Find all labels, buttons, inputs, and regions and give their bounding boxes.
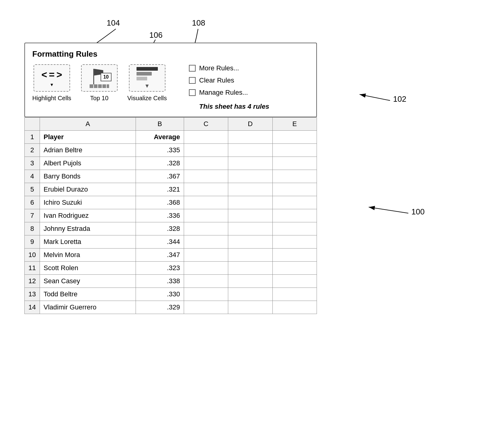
col-header-empty (25, 118, 40, 131)
highlight-cells-group: < = > ▼ Highlight Cells (32, 64, 71, 102)
manage-rules-item[interactable]: Manage Rules... (189, 89, 269, 97)
cell-d-row14[interactable] (228, 301, 272, 314)
more-rules-item[interactable]: More Rules... (189, 64, 269, 72)
table-row: 4Barry Bonds.367 (25, 170, 317, 183)
cell-e-row1[interactable] (272, 131, 317, 144)
average-column-header: Average (136, 131, 184, 144)
highlight-cells-icon: < = > ▼ (41, 69, 62, 87)
visualize-cells-label: Visualize Cells (127, 95, 167, 102)
viz-bar-2 (137, 72, 152, 76)
top10-button[interactable]: 10 (81, 64, 118, 92)
average-value: .335 (136, 144, 184, 157)
cell-e-row13[interactable] (272, 288, 317, 301)
average-value: .338 (136, 275, 184, 288)
cell-e-row4[interactable] (272, 170, 317, 183)
ref-108: 108 (192, 18, 205, 28)
cell-c-row9[interactable] (184, 235, 228, 249)
player-name: Erubiel Durazo (40, 183, 136, 196)
panel-title: Formatting Rules (32, 49, 309, 59)
table-row: 12Sean Casey.338 (25, 275, 317, 288)
cell-c-row14[interactable] (184, 301, 228, 314)
cell-d-row1[interactable] (228, 131, 272, 144)
cell-d-row12[interactable] (228, 275, 272, 288)
cell-c-row4[interactable] (184, 170, 228, 183)
more-rules-checkbox[interactable] (189, 65, 196, 72)
cell-d-row9[interactable] (228, 235, 272, 249)
clear-rules-checkbox[interactable] (189, 77, 196, 84)
cell-e-row12[interactable] (272, 275, 317, 288)
player-name: Albert Pujols (40, 157, 136, 170)
cell-e-row2[interactable] (272, 144, 317, 157)
manage-rules-checkbox[interactable] (189, 89, 196, 96)
visualize-cells-button[interactable]: ▼ (129, 64, 165, 92)
viz-bar-1 (137, 67, 158, 71)
cell-c-row13[interactable] (184, 288, 228, 301)
cell-e-row3[interactable] (272, 157, 317, 170)
cell-d-row11[interactable] (228, 262, 272, 275)
cell-e-row9[interactable] (272, 235, 317, 249)
row-number: 13 (25, 288, 40, 301)
player-name: Vladimir Guerrero (40, 301, 136, 314)
table-row: 6Ichiro Suzuki.368 (25, 196, 317, 209)
cell-e-row10[interactable] (272, 249, 317, 262)
table-row: 14Vladimir Guerrero.329 (25, 301, 317, 314)
row-number: 12 (25, 275, 40, 288)
cell-c-row6[interactable] (184, 196, 228, 209)
table-row: 1PlayerAverage (25, 131, 317, 144)
cell-d-row7[interactable] (228, 209, 272, 222)
cell-c-row12[interactable] (184, 275, 228, 288)
cell-c-row5[interactable] (184, 183, 228, 196)
top10-icon: 10 (87, 67, 112, 89)
visualize-cells-icon: ▼ (135, 66, 159, 90)
visualize-cells-group: ▼ Visualize Cells (127, 64, 167, 102)
cell-e-row7[interactable] (272, 209, 317, 222)
average-value: .328 (136, 157, 184, 170)
row-number: 4 (25, 170, 40, 183)
top10-bar (90, 84, 109, 88)
cell-d-row6[interactable] (228, 196, 272, 209)
viz-bar-3 (137, 77, 147, 80)
highlight-cells-button[interactable]: < = > ▼ (34, 64, 70, 92)
table-row: 7Ivan Rodriguez.336 (25, 209, 317, 222)
cell-e-row14[interactable] (272, 301, 317, 314)
player-column-header: Player (40, 131, 136, 144)
player-name: Ivan Rodriguez (40, 209, 136, 222)
average-value: .321 (136, 183, 184, 196)
average-value: .336 (136, 209, 184, 222)
cell-c-row3[interactable] (184, 157, 228, 170)
player-name: Scott Rolen (40, 262, 136, 275)
highlight-cells-label: Highlight Cells (32, 95, 71, 102)
top10-group: 10 Top 10 (81, 64, 118, 102)
player-name: Melvin Mora (40, 249, 136, 262)
table-row: 8Johnny Estrada.328 (25, 222, 317, 235)
cell-d-row3[interactable] (228, 157, 272, 170)
row-number: 9 (25, 235, 40, 249)
player-name: Ichiro Suzuki (40, 196, 136, 209)
spreadsheet: A B C D E 1PlayerAverage2Adrian Beltre.3… (24, 117, 317, 314)
cell-e-row5[interactable] (272, 183, 317, 196)
row-number: 3 (25, 157, 40, 170)
cell-d-row8[interactable] (228, 222, 272, 235)
ref-104: 104 (107, 18, 120, 28)
clear-rules-item[interactable]: Clear Rules (189, 76, 269, 84)
cell-c-row1[interactable] (184, 131, 228, 144)
cell-c-row11[interactable] (184, 262, 228, 275)
cell-c-row2[interactable] (184, 144, 228, 157)
player-name: Sean Casey (40, 275, 136, 288)
cell-e-row8[interactable] (272, 222, 317, 235)
row-number: 6 (25, 196, 40, 209)
cell-d-row2[interactable] (228, 144, 272, 157)
cell-d-row13[interactable] (228, 288, 272, 301)
cell-d-row5[interactable] (228, 183, 272, 196)
col-header-b: B (136, 118, 184, 131)
cell-c-row10[interactable] (184, 249, 228, 262)
cell-d-row10[interactable] (228, 249, 272, 262)
more-rules-label: More Rules... (199, 64, 239, 72)
average-value: .347 (136, 249, 184, 262)
cell-e-row11[interactable] (272, 262, 317, 275)
cell-d-row4[interactable] (228, 170, 272, 183)
cell-c-row8[interactable] (184, 222, 228, 235)
cell-c-row7[interactable] (184, 209, 228, 222)
cell-e-row6[interactable] (272, 196, 317, 209)
panel-body: < = > ▼ Highlight Cells (32, 64, 309, 111)
